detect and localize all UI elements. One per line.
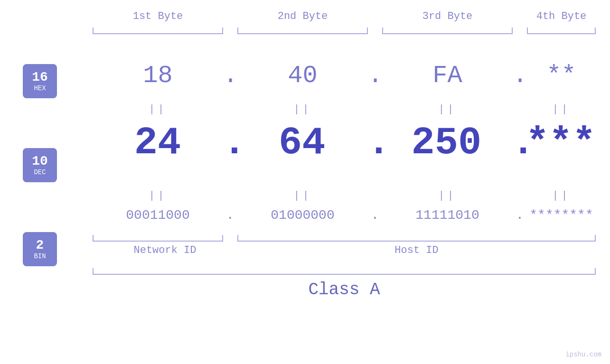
dec-row: 24 . 64 . 250 . *** [93,121,596,165]
hex-badge-label: HEX [34,85,46,92]
id-labels-row: Network ID Host ID [93,244,596,256]
bin-byte3: 11111010 [382,208,513,223]
page: 1st Byte 2nd Byte 3rd Byte 4th Byte [0,0,610,364]
class-bracket [93,268,596,275]
host-id-label: Host ID [237,244,596,256]
bin-byte2: 01000000 [237,208,368,223]
hex-byte1: 18 [93,62,223,90]
dec-dot2: . [367,121,381,165]
byte2-header: 2nd Byte [237,10,368,22]
bin-byte4: ******** [527,208,596,223]
eq2-byte3: || [382,190,513,202]
byte3-header: 3rd Byte [382,10,513,22]
hex-byte2: 40 [237,62,368,90]
eq1-byte2: || [237,103,368,115]
eq1-byte4: || [527,103,596,115]
eq2-byte1: || [93,190,223,202]
equals-row-1: || || || || [93,103,596,115]
dec-dot3: . [511,121,526,165]
dec-dot1: . [223,121,237,165]
network-id-label: Network ID [93,244,237,256]
class-label: Class A [93,280,596,299]
bottom-bracket-row [93,235,596,242]
byte-headers: 1st Byte 2nd Byte 3rd Byte 4th Byte [93,10,596,22]
bin-badge-label: BIN [34,253,46,260]
bin-dot3: . [513,208,527,223]
watermark: ipshu.com [565,351,601,358]
bin-dot1: . [223,208,237,223]
bin-byte1: 00011000 [93,208,223,223]
hex-dot1: . [223,62,237,90]
eq1-byte1: || [93,103,223,115]
eq2-byte4: || [527,190,596,202]
top-bracket [93,28,596,34]
bin-row: 00011000 . 01000000 . 11111010 . *******… [93,208,596,223]
equals-row-2: || || || || [93,190,596,202]
badges-column: 16 HEX 10 DEC 2 BIN [23,64,57,266]
bin-badge: 2 BIN [23,232,57,266]
bin-dot2: . [368,208,382,223]
hex-badge: 16 HEX [23,64,57,98]
byte1-header: 1st Byte [93,10,223,22]
eq2-byte2: || [237,190,368,202]
hex-dot3: . [513,62,527,90]
eq1-byte3: || [382,103,513,115]
dec-badge: 10 DEC [23,148,57,182]
bin-badge-number: 2 [36,238,44,253]
dec-byte4: *** [526,121,596,165]
dec-byte3: 250 [381,121,511,165]
hex-byte4: ** [527,62,596,90]
dec-badge-label: DEC [34,169,46,176]
dec-byte1: 24 [93,121,223,165]
dec-badge-number: 10 [32,154,48,169]
hex-byte3: FA [382,62,513,90]
dec-byte2: 64 [237,121,367,165]
hex-dot2: . [368,62,382,90]
byte4-header: 4th Byte [527,10,596,22]
hex-badge-number: 16 [32,70,48,85]
hex-row: 18 . 40 . FA . ** [93,62,596,90]
